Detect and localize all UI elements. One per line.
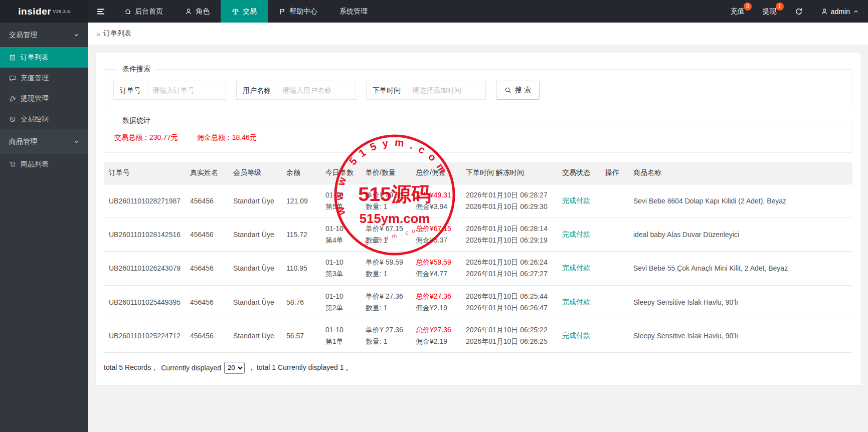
cell-today-orders: 01-10第2单 [320,285,361,319]
header-real-name: 真实姓名 [185,162,228,184]
cell-member-level: Standart Üye [228,285,281,319]
cell-product-name: Sleepy Sensitive Islak Havlu, 90'lı [628,285,852,319]
nav-item-help-center[interactable]: 帮助中心 [268,0,328,23]
chevron-down-icon [73,32,79,38]
page-size-select[interactable]: 20 [224,362,245,374]
cell-total-commission: 总价¥27.36佣金¥2.19 [411,319,461,352]
sidebar-item-product-list[interactable]: 商品列表 [0,154,88,174]
order-no-input[interactable] [147,81,226,100]
cell-action [600,319,628,352]
sidebar-group-trade-management[interactable]: 交易管理 [0,23,88,47]
sidebar-item-label: 提现管理 [21,94,49,103]
topbar-right: 充值 3 提现 1 admin [722,0,868,23]
nav-item-system[interactable]: 系统管理 [328,0,379,23]
nav-label: 后台首页 [135,7,163,16]
table-row: UB2601101028142516 456456 Standart Üye 1… [104,218,852,252]
pagination-suffix-text: ， total 1 Currently displayed 1 。 [248,363,353,372]
order-time-input[interactable] [407,81,486,100]
sidebar-item-recharge-management[interactable]: 充值管理 [0,68,88,88]
search-icon [504,87,511,94]
username-group: 用户名称 [236,81,356,100]
cell-real-name: 456456 [185,252,228,285]
header-action: 操作 [600,162,628,184]
menu-toggle-button[interactable] [88,0,113,23]
sidebar-group-product-management[interactable]: 商品管理 [0,129,88,154]
chevron-up-icon [853,9,859,15]
cell-order-no: UB2601101025449395 [104,285,185,319]
nav-label: 交易 [243,7,257,16]
stats-fieldset: 数据统计 交易总额：230.77元 佣金总额：18.46元 [104,116,852,153]
cell-today-orders: 01-10第4单 [320,218,361,252]
withdraw-button[interactable]: 提现 1 [754,0,786,23]
breadcrumb: » 订单列表 [88,23,868,45]
header-order-no: 订单号 [104,162,185,184]
ban-icon [9,116,16,123]
nav-item-dashboard[interactable]: 后台首页 [113,0,174,23]
sidebar-item-label: 交易控制 [21,115,49,124]
cell-today-orders: 01-10第1单 [320,319,361,352]
order-no-group: 订单号 [113,81,226,100]
cell-times: 2026年01月10日 06:25:442026年01月10日 06:26:47 [461,285,557,319]
cell-status: 完成付款 [557,252,600,285]
cell-member-level: Standart Üye [228,319,281,352]
person-icon [821,8,828,15]
cell-price-qty: 单价¥ 27.36数量: 1 [361,319,411,352]
search-form: 订单号 用户名称 下单时间 搜 索 [113,81,843,100]
cell-balance: 110.95 [281,252,320,285]
pagination-total-text: total 5 Records， [104,363,158,372]
sidebar-item-withdraw-management[interactable]: 提现管理 [0,88,88,109]
brand-name: insider [18,6,51,17]
header-price-qty: 单价/数量 [361,162,411,184]
username-input[interactable] [277,81,356,100]
header-status: 交易状态 [557,162,600,184]
cell-order-no: UB2601101025224712 [104,319,185,352]
wrench-icon [9,95,16,102]
cell-total-commission: 总价¥27.36佣金¥2.19 [411,285,461,319]
scales-icon [232,8,239,15]
cell-real-name: 456456 [185,285,228,319]
nav-item-roles[interactable]: 角色 [174,0,221,23]
cell-today-orders: 01-10第3单 [320,252,361,285]
order-time-group: 下单时间 [366,81,486,100]
chevron-down-icon [73,139,79,145]
sidebar: 交易管理 订单列表 充值管理 提现管理 交易控制 商品管理 商品列表 [0,23,88,432]
admin-label: admin [831,8,850,16]
sidebar-item-trade-control[interactable]: 交易控制 [0,109,88,129]
cell-product-name: Sevi Bebe 55 Çok Amaçlı Mini Kilit, 2 Ad… [628,252,852,285]
admin-menu[interactable]: admin [812,0,868,23]
order-time-label: 下单时间 [366,81,407,100]
table-row: UB2601101025224712 456456 Standart Üye 5… [104,319,852,352]
cell-product-name: ideal baby Alas Duvar Düzenleyici [628,218,852,252]
header-total-commission: 总价/佣金 [411,162,461,184]
nav-label: 系统管理 [339,7,368,16]
cell-price-qty: 单价¥ 59.59数量: 1 [361,252,411,285]
cell-real-name: 456456 [185,319,228,352]
cell-balance: 56.57 [281,319,320,352]
cell-status: 完成付款 [557,285,600,319]
cell-real-name: 456456 [185,218,228,252]
cell-status: 完成付款 [557,184,600,218]
header-today-orders: 今日单数 [320,162,361,184]
sidebar-item-label: 充值管理 [21,74,49,83]
search-legend: 条件搜索 [117,65,155,74]
cell-real-name: 456456 [185,184,228,218]
pagination-displayed-text: Currently displayed [161,364,221,372]
search-button-label: 搜 索 [515,86,531,95]
refresh-button[interactable] [786,0,812,23]
sidebar-item-order-list[interactable]: 订单列表 [0,47,88,68]
home-icon [124,8,131,15]
table-header-row: 订单号 真实姓名 会员等级 余额 今日单数 单价/数量 总价/佣金 下单时间 解… [104,162,852,184]
cell-times: 2026年01月10日 06:25:222026年01月10日 06:26:25 [461,319,557,352]
cell-times: 2026年01月10日 06:26:242026年01月10日 06:27:27 [461,252,557,285]
cell-total-commission: 总价¥67.15佣金¥5.37 [411,218,461,252]
commission-total-text: 佣金总额：18.46元 [197,133,257,141]
total-amount-text: 交易总额：230.77元 [114,133,178,141]
recharge-button[interactable]: 充值 3 [722,0,754,23]
nav-item-trade[interactable]: 交易 [221,0,268,23]
nav-label: 帮助中心 [289,7,317,16]
search-button[interactable]: 搜 索 [496,81,540,100]
username-label: 用户名称 [236,81,277,100]
top-navigation: 后台首页 角色 交易 帮助中心 系统管理 [113,0,379,23]
nav-label: 角色 [196,7,210,16]
sidebar-item-label: 商品列表 [21,160,49,169]
